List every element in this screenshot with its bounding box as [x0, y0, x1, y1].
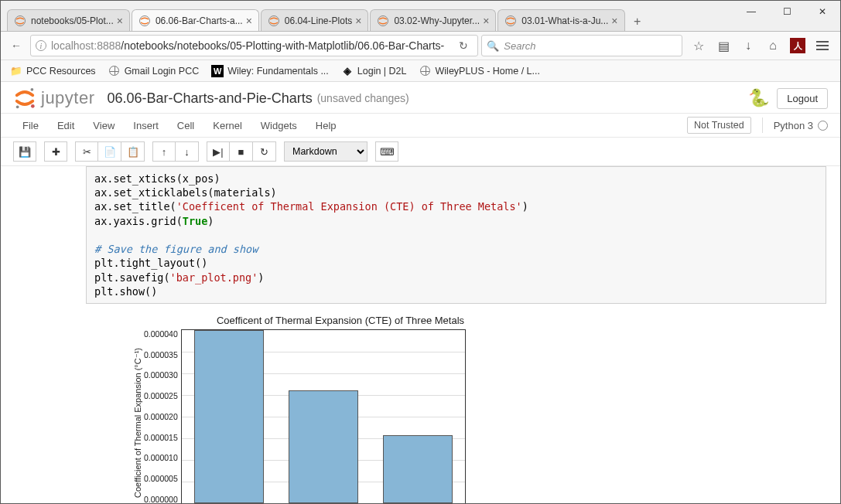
- save-button[interactable]: 💾: [13, 141, 36, 162]
- wiley-icon: W: [211, 65, 224, 77]
- tab-label: 03.02-Why-Jupyter...: [394, 15, 480, 26]
- close-icon[interactable]: ×: [355, 15, 361, 27]
- pdf-icon[interactable]: 人: [788, 36, 808, 56]
- menu-cell[interactable]: Cell: [168, 120, 203, 131]
- search-icon: 🔍: [487, 40, 499, 52]
- globe-icon: [108, 65, 121, 77]
- browser-navbar: ← i localhost:8888/notebooks/notebooks/0…: [1, 32, 840, 60]
- chart-yticks: 0.000040 0.000035 0.000030 0.000025 0.00…: [144, 329, 181, 503]
- search-box[interactable]: 🔍 Search: [481, 35, 682, 56]
- menu-kernel[interactable]: Kernel: [203, 120, 251, 131]
- window-maximize-button[interactable]: ☐: [769, 0, 805, 23]
- home-icon[interactable]: ⌂: [763, 36, 783, 56]
- close-icon[interactable]: ×: [246, 15, 252, 27]
- tab-label: notebooks/05-Plot...: [31, 15, 114, 26]
- downloads-icon[interactable]: ↓: [738, 36, 758, 56]
- insert-cell-button[interactable]: ✚: [44, 141, 67, 162]
- cut-button[interactable]: ✂: [75, 141, 98, 162]
- bookmark-wileyplus[interactable]: WileyPLUS - Home / L...: [415, 63, 545, 79]
- tab-why-jupyter[interactable]: 03.02-Why-Jupyter... ×: [370, 9, 496, 31]
- chart-bar: [383, 435, 453, 503]
- jupyter-logo[interactable]: jupyter: [13, 87, 95, 110]
- page-content[interactable]: jupyter 06.06-Bar-Charts-and-Pie-Charts …: [1, 82, 840, 503]
- menu-view[interactable]: View: [84, 120, 124, 131]
- copy-button[interactable]: 📄: [98, 141, 121, 162]
- tab-label: 06.04-Line-Plots: [285, 15, 352, 26]
- tab-what-is-jupyter[interactable]: 03.01-What-is-a-Ju... ×: [497, 9, 624, 31]
- pocket-icon[interactable]: ▤: [713, 36, 733, 56]
- notebook-status: (unsaved changes): [317, 92, 409, 104]
- bookmark-wiley-fundamentals[interactable]: WWiley: Fundamentals ...: [207, 63, 333, 79]
- svg-point-2: [268, 15, 279, 26]
- svg-point-1: [139, 15, 149, 26]
- tab-bar-charts[interactable]: 06.06-Bar-Charts-a... ×: [132, 9, 259, 31]
- paste-button[interactable]: 📋: [121, 141, 145, 162]
- jupyter-icon: [268, 15, 280, 27]
- restart-button[interactable]: ↻: [253, 141, 276, 162]
- tab-label: 06.06-Bar-Charts-a...: [156, 15, 243, 26]
- jupyter-brand-text: jupyter: [41, 88, 95, 108]
- url-bar[interactable]: i localhost:8888/notebooks/notebooks/05-…: [30, 35, 478, 56]
- new-tab-button[interactable]: +: [627, 12, 648, 31]
- chart-bar: [289, 390, 358, 503]
- d2l-icon: ◈: [341, 65, 354, 77]
- jupyter-icon: [138, 15, 151, 27]
- kernel-status-icon: [818, 121, 828, 131]
- bookmarks-bar: 📁PCC Resources Gmail Login PCC WWiley: F…: [1, 60, 840, 82]
- svg-point-5: [31, 88, 34, 91]
- trust-indicator[interactable]: Not Trusted: [687, 117, 751, 134]
- run-button[interactable]: ▶|: [207, 141, 230, 162]
- menu-file[interactable]: File: [13, 120, 48, 131]
- bookmark-star-icon[interactable]: ☆: [689, 36, 709, 56]
- chart-plot-area: [181, 329, 466, 503]
- python-icon: 🐍: [748, 88, 769, 108]
- jupyter-header: jupyter 06.06-Bar-Charts-and-Pie-Charts …: [1, 82, 840, 113]
- globe-icon: [419, 65, 432, 77]
- close-icon[interactable]: ×: [611, 15, 617, 27]
- menu-widgets[interactable]: Widgets: [251, 120, 306, 131]
- tab-line-plots[interactable]: 06.04-Line-Plots ×: [261, 9, 369, 31]
- search-placeholder: Search: [504, 40, 535, 52]
- move-down-button[interactable]: ↓: [176, 141, 199, 162]
- code-cell[interactable]: ax.set_xticks(x_pos) ax.set_xticklabels(…: [86, 166, 826, 304]
- svg-point-7: [31, 104, 35, 108]
- chart-bar: [194, 330, 264, 503]
- bookmark-login-d2l[interactable]: ◈Login | D2L: [337, 63, 412, 79]
- chart-title: Coefficent of Thermal Expansion (CTE) of…: [174, 315, 507, 326]
- menu-insert[interactable]: Insert: [124, 120, 168, 131]
- menu-icon[interactable]: [812, 36, 832, 56]
- folder-icon: 📁: [10, 65, 22, 77]
- move-up-button[interactable]: ↑: [152, 141, 176, 162]
- chart-ylabel: Coefficient of Thermal Expansion (°C⁻¹): [131, 329, 144, 503]
- jupyter-toolbar: 💾 ✚ ✂ 📄 📋 ↑ ↓ ▶| ■ ↻ Markdown: [1, 138, 840, 166]
- back-button[interactable]: ←: [5, 35, 27, 56]
- chart-output: Coefficent of Thermal Expansion (CTE) of…: [131, 315, 826, 503]
- bookmark-pcc-resources[interactable]: 📁PCC Resources: [5, 63, 101, 79]
- menu-help[interactable]: Help: [306, 120, 346, 131]
- jupyter-icon: [14, 15, 26, 27]
- close-icon[interactable]: ×: [117, 15, 123, 27]
- command-palette-button[interactable]: ⌨: [375, 141, 398, 162]
- interrupt-button[interactable]: ■: [230, 141, 253, 162]
- browser-tabstrip: notebooks/05-Plot... × 06.06-Bar-Charts-…: [1, 7, 840, 32]
- window-minimize-button[interactable]: —: [733, 0, 769, 23]
- logout-button[interactable]: Logout: [777, 88, 828, 109]
- jupyter-menubar: File Edit View Insert Cell Kernel Widget…: [1, 113, 840, 138]
- svg-point-3: [378, 15, 388, 26]
- menu-edit[interactable]: Edit: [48, 120, 84, 131]
- tab-label: 03.01-What-is-a-Ju...: [521, 15, 608, 26]
- tab-notebooks-05[interactable]: notebooks/05-Plot... ×: [7, 9, 130, 31]
- close-icon[interactable]: ×: [483, 15, 489, 27]
- reload-icon[interactable]: ↻: [454, 39, 473, 52]
- svg-point-4: [506, 15, 516, 26]
- site-info-icon[interactable]: i: [36, 40, 46, 51]
- kernel-name: Python 3: [774, 120, 813, 131]
- jupyter-icon: [504, 15, 517, 27]
- notebook-title[interactable]: 06.06-Bar-Charts-and-Pie-Charts: [108, 90, 313, 107]
- kernel-indicator[interactable]: Python 3: [774, 120, 828, 131]
- cell-type-select[interactable]: Markdown: [284, 141, 368, 162]
- window-close-button[interactable]: ✕: [805, 0, 840, 23]
- url-text: localhost:8888/notebooks/notebooks/05-Pl…: [51, 39, 450, 52]
- bookmark-gmail-login[interactable]: Gmail Login PCC: [104, 63, 204, 79]
- svg-point-0: [15, 15, 26, 26]
